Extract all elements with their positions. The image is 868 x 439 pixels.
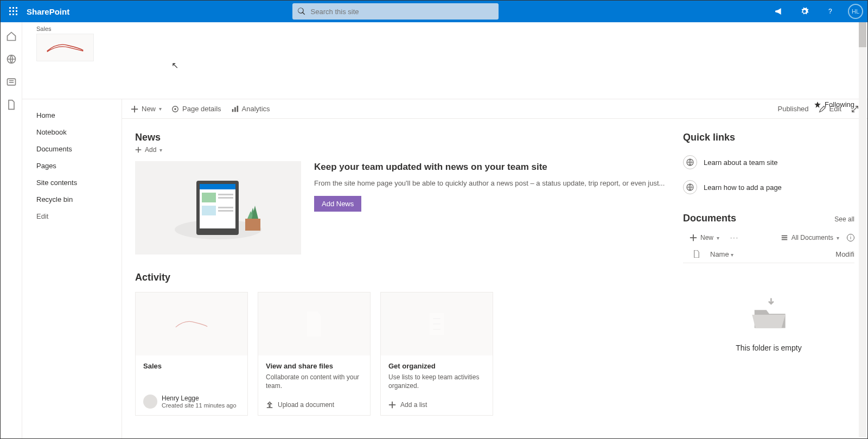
svg-point-15 <box>174 108 176 110</box>
quicklink-learn-team-site[interactable]: Learn about a team site <box>683 150 854 175</box>
svg-rect-5 <box>16 10 17 12</box>
person-sub: Created site 11 minutes ago <box>162 402 237 409</box>
column-modified[interactable]: Modifi <box>828 250 854 258</box>
card-thumb <box>136 292 247 355</box>
more-icon[interactable]: ··· <box>727 234 739 241</box>
svg-rect-6 <box>9 14 11 15</box>
card-title: View and share files <box>266 362 362 370</box>
app-rail <box>1 22 22 438</box>
suite-header: SharePoint ? HL <box>1 1 867 22</box>
svg-rect-26 <box>202 206 216 215</box>
svg-rect-24 <box>218 194 233 195</box>
plus-icon <box>690 234 697 241</box>
svg-rect-22 <box>200 184 235 189</box>
chevron-down-icon: ▾ <box>717 235 719 241</box>
column-name[interactable]: Name ▾ <box>710 250 828 258</box>
card-title: Sales <box>143 362 240 370</box>
page-command-bar: New ▾ Page details Analytics Published <box>122 99 867 119</box>
news-placeholder-desc: From the site home page you'll be able t… <box>314 179 670 188</box>
news-icon[interactable] <box>6 77 17 87</box>
svg-rect-0 <box>9 7 11 9</box>
svg-rect-3 <box>9 10 11 12</box>
upload-document-button[interactable]: Upload a document <box>258 397 370 415</box>
info-icon[interactable]: i <box>847 234 854 241</box>
quicklinks-heading: Quick links <box>683 132 854 143</box>
svg-rect-2 <box>16 7 17 9</box>
plus-icon <box>135 147 142 153</box>
svg-rect-17 <box>234 107 236 112</box>
nav-pages[interactable]: Pages <box>36 157 122 174</box>
svg-rect-1 <box>12 7 14 9</box>
nav-documents[interactable]: Documents <box>36 141 122 157</box>
nav-notebook[interactable]: Notebook <box>36 124 122 141</box>
site-left-nav: Home Notebook Documents Pages Site conte… <box>22 99 122 438</box>
chevron-down-icon: ▾ <box>159 106 162 112</box>
user-avatar[interactable]: HL <box>848 4 863 19</box>
person-avatar-icon <box>143 395 157 409</box>
documents-heading: Documents <box>683 213 736 224</box>
add-news-button[interactable]: Add News <box>314 196 361 212</box>
search-box[interactable] <box>292 3 499 20</box>
search-icon <box>298 8 305 15</box>
analytics-button[interactable]: Analytics <box>231 105 270 113</box>
vertical-scrollbar[interactable] <box>859 22 866 437</box>
add-list-button[interactable]: Add a list <box>381 397 493 415</box>
nav-home[interactable]: Home <box>36 107 122 124</box>
new-button[interactable]: New ▾ <box>131 105 162 113</box>
activity-card-files[interactable]: View and share files Collaborate on cont… <box>258 292 371 416</box>
globe-icon <box>683 155 697 169</box>
svg-rect-25 <box>218 197 233 199</box>
chart-icon <box>231 105 239 113</box>
following-toggle[interactable]: Following <box>814 100 854 109</box>
files-icon[interactable] <box>6 99 17 110</box>
documents-new-button[interactable]: New ▾ <box>690 234 719 241</box>
plus-icon <box>388 401 396 409</box>
svg-rect-8 <box>16 14 17 15</box>
globe-icon[interactable] <box>6 54 17 65</box>
svg-rect-29 <box>245 219 260 231</box>
news-heading: News <box>135 132 670 143</box>
svg-rect-7 <box>12 14 14 15</box>
empty-folder-icon <box>744 296 793 334</box>
card-title: Get organized <box>388 362 485 370</box>
site-name: Sales <box>36 26 867 32</box>
nav-edit[interactable]: Edit <box>36 208 122 225</box>
card-desc: Collaborate on content with your team. <box>266 373 362 390</box>
brand-label: SharePoint <box>27 7 69 16</box>
news-add-button[interactable]: Add ▾ <box>135 146 162 154</box>
empty-folder-text: This folder is empty <box>683 343 854 352</box>
svg-rect-18 <box>237 105 238 111</box>
nav-recycle-bin[interactable]: Recycle bin <box>36 191 122 208</box>
list-icon <box>781 234 788 241</box>
svg-rect-16 <box>232 109 233 112</box>
card-thumb <box>381 292 493 355</box>
card-desc: Use lists to keep team activities organi… <box>388 373 485 390</box>
news-illustration <box>135 161 301 255</box>
documents-see-all[interactable]: See all <box>834 215 854 223</box>
quicklink-learn-add-page[interactable]: Learn how to add a page <box>683 175 854 200</box>
person-name: Henry Legge <box>162 395 237 402</box>
help-icon[interactable]: ? <box>822 3 839 20</box>
site-logo[interactable] <box>36 34 94 61</box>
upload-icon <box>266 401 273 409</box>
svg-text:?: ? <box>828 8 832 15</box>
chevron-down-icon: ▾ <box>837 235 839 241</box>
news-placeholder-title: Keep your team updated with news on your… <box>314 161 670 173</box>
nav-site-contents[interactable]: Site contents <box>36 174 122 191</box>
documents-view-selector[interactable]: All Documents ▾ <box>781 234 839 241</box>
home-icon[interactable] <box>6 31 17 42</box>
site-header: Sales <box>22 22 867 83</box>
activity-card-sales[interactable]: Sales Henry Legge Created site 11 minute… <box>135 292 248 416</box>
svg-rect-23 <box>202 193 216 202</box>
megaphone-icon[interactable] <box>770 3 787 20</box>
page-details-button[interactable]: Page details <box>171 105 221 113</box>
svg-rect-4 <box>12 10 14 12</box>
search-input[interactable] <box>311 8 493 16</box>
star-icon <box>814 101 821 109</box>
svg-rect-28 <box>218 210 233 212</box>
card-thumb <box>258 292 370 355</box>
gear-icon[interactable] <box>796 3 813 20</box>
activity-card-lists[interactable]: Get organized Use lists to keep team act… <box>380 292 493 416</box>
documents-column-header: Name ▾ Modifi <box>683 246 854 263</box>
app-launcher-icon[interactable] <box>5 3 22 20</box>
